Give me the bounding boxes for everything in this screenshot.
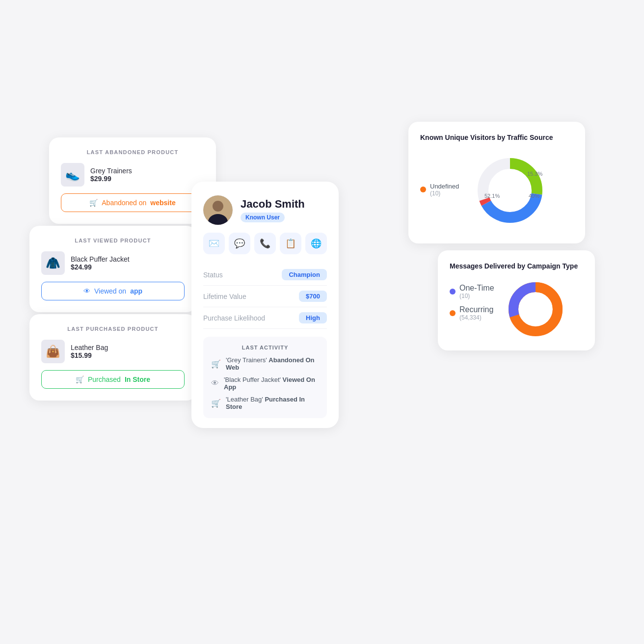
messages-delivered-card: Messages Delivered by Campaign Type One-… — [438, 250, 595, 350]
viewed-product-info: Black Puffer Jacket $24.99 — [71, 255, 130, 271]
traffic-legend: Undefined (10) — [420, 183, 459, 201]
abandoned-product-row: 👟 Grey Trainers $29.99 — [61, 163, 204, 187]
traffic-source-card: Known Unique Visitors by Traffic Source … — [408, 122, 585, 243]
push-channel-button[interactable]: 📋 — [280, 233, 301, 254]
abandoned-btn-highlight: website — [150, 199, 175, 207]
activity-item-3: 🛒 'Leather Bag' Purchased In Store — [211, 396, 319, 410]
purchased-product-card: LAST PURCHASED PRODUCT 👜 Leather Bag $15… — [29, 314, 196, 401]
abandoned-card-title: LAST ABANDONED PRODUCT — [61, 149, 204, 155]
abandoned-product-price: $29.99 — [90, 175, 132, 183]
activity-text-2: 'Black Puffer Jacket' Viewed On App — [224, 376, 319, 391]
abandoned-product-image: 👟 — [61, 163, 84, 187]
messages-chart-title: Messages Delivered by Campaign Type — [450, 262, 583, 270]
purchased-product-row: 👜 Leather Bag $15.99 — [41, 340, 185, 363]
viewed-product-row: 🧥 Black Puffer Jacket $24.99 — [41, 251, 185, 275]
activity-cart-icon-1: 🛒 — [211, 359, 221, 369]
eye-icon: 👁 — [83, 287, 90, 295]
viewed-product-image: 🧥 — [41, 251, 65, 275]
profile-name: Jacob Smith — [241, 198, 305, 211]
abandoned-product-info: Grey Trainers $29.99 — [90, 167, 132, 183]
abandoned-btn-text-plain: Abandoned on — [102, 199, 146, 207]
web-icon: 🌐 — [311, 238, 322, 249]
email-channel-button[interactable]: ✉️ — [203, 233, 225, 254]
abandoned-cart-icon: 🛒 — [89, 199, 98, 207]
legend-recurring: Recurring (54,334) — [450, 305, 494, 321]
activity-text-3: 'Leather Bag' Purchased In Store — [226, 396, 319, 410]
shoe-icon: 👟 — [65, 168, 80, 182]
traffic-legend-undefined: Undefined (10) — [420, 183, 459, 197]
abandoned-product-name: Grey Trainers — [90, 167, 132, 175]
viewed-card-title: LAST VIEWED PRODUCT — [41, 238, 185, 243]
purchased-cart-icon: 🛒 — [76, 376, 84, 383]
traffic-donut-container: Undefined (10) — [420, 151, 573, 232]
avatar — [203, 195, 233, 225]
viewed-action-button[interactable]: 👁 Viewed on app — [41, 282, 185, 300]
legend-label-one-time: One-Time — [459, 284, 494, 293]
viewed-product-card: LAST VIEWED PRODUCT 🧥 Black Puffer Jacke… — [29, 226, 196, 312]
push-icon: 📋 — [285, 238, 296, 249]
viewed-product-price: $24.99 — [71, 263, 130, 271]
lifetime-badge: $700 — [299, 291, 327, 302]
purchased-product-info: Leather Bag $15.99 — [71, 344, 108, 359]
purchased-btn-highlight: In Store — [125, 376, 150, 383]
last-activity-title: LAST ACTIVITY — [211, 345, 319, 350]
whatsapp-icon: 📞 — [260, 238, 270, 249]
svg-point-13 — [521, 295, 550, 324]
web-channel-button[interactable]: 🌐 — [305, 233, 327, 254]
lifetime-label: Lifetime Value — [203, 293, 246, 300]
activity-item-2: 👁 'Black Puffer Jacket' Viewed On App — [211, 376, 319, 391]
email-icon: ✉️ — [209, 238, 219, 249]
svg-point-1 — [213, 201, 223, 212]
purchased-btn-text-plain: Purchased — [88, 376, 121, 383]
status-row: Status Champion — [203, 264, 327, 286]
channel-icons-row: ✉️ 💬 📞 📋 🌐 — [203, 233, 327, 254]
chat-icon: 💬 — [234, 238, 245, 249]
last-activity-section: LAST ACTIVITY 🛒 'Grey Trainers' Abandone… — [203, 337, 327, 418]
abandoned-product-card: LAST ABANDONED PRODUCT 👟 Grey Trainers $… — [49, 137, 216, 224]
purchased-product-name: Leather Bag — [71, 344, 108, 351]
svg-text:40%: 40% — [529, 193, 539, 199]
profile-name-section: Jacob Smith Known User — [241, 198, 305, 222]
purchased-product-image: 👜 — [41, 340, 65, 363]
status-label: Status — [203, 271, 223, 279]
svg-text:52.1%: 52.1% — [484, 193, 500, 199]
activity-text-1: 'Grey Trainers' Abandoned On Web — [226, 356, 319, 371]
status-badge: Champion — [282, 269, 327, 280]
legend-sub-one-time: (10) — [459, 293, 494, 299]
viewed-product-name: Black Puffer Jacket — [71, 255, 130, 263]
known-user-badge: Known User — [241, 213, 285, 222]
traffic-donut-svg-wrapper: 52.1% 15.3% 40% — [471, 151, 549, 232]
legend-sub-recurring: (54,334) — [459, 314, 493, 321]
legend-label-undefined: Undefined — [430, 183, 459, 190]
purchase-likelihood-row: Purchase Likelihood High — [203, 307, 327, 329]
purchased-card-title: LAST PURCHASED PRODUCT — [41, 326, 185, 332]
lifetime-value-row: Lifetime Value $700 — [203, 286, 327, 307]
legend-one-time: One-Time (10) — [450, 284, 494, 299]
purchased-action-button[interactable]: 🛒 Purchased In Store — [41, 370, 185, 389]
whatsapp-channel-button[interactable]: 📞 — [254, 233, 276, 254]
activity-cart-icon-3: 🛒 — [211, 399, 221, 408]
sms-channel-button[interactable]: 💬 — [229, 233, 250, 254]
likelihood-badge: High — [299, 312, 327, 323]
messages-donut-chart — [506, 280, 565, 339]
messages-legend: One-Time (10) Recurring (54,334) — [450, 284, 494, 325]
legend-dot-recurring — [450, 310, 456, 316]
purchased-product-price: $15.99 — [71, 351, 108, 359]
legend-dot-one-time — [450, 289, 456, 295]
likelihood-label: Purchase Likelihood — [203, 314, 265, 322]
legend-sub-undefined: (10) — [430, 190, 459, 197]
jacket-icon: 🧥 — [46, 256, 60, 270]
legend-dot-undefined — [420, 187, 426, 192]
profile-card: Jacob Smith Known User ✉️ 💬 📞 📋 🌐 Status… — [191, 182, 339, 428]
activity-item-1: 🛒 'Grey Trainers' Abandoned On Web — [211, 356, 319, 371]
traffic-donut-chart: 52.1% 15.3% 40% — [471, 151, 549, 230]
activity-eye-icon-2: 👁 — [211, 379, 219, 388]
bag-icon: 👜 — [46, 345, 60, 358]
profile-header: Jacob Smith Known User — [203, 195, 327, 225]
messages-donut-row: One-Time (10) Recurring (54,334) — [450, 280, 583, 339]
traffic-chart-title: Known Unique Visitors by Traffic Source — [420, 134, 573, 141]
viewed-btn-highlight: app — [130, 287, 142, 295]
abandoned-action-button[interactable]: 🛒 Abandoned on website — [61, 193, 204, 212]
viewed-btn-text-plain: Viewed on — [94, 287, 126, 295]
avatar-image — [203, 195, 233, 225]
